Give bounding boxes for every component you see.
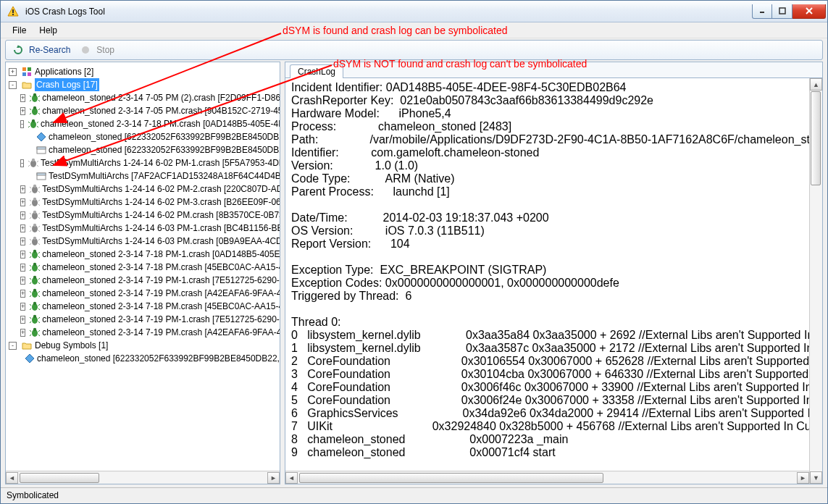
svg-rect-14 (28, 67, 31, 71)
expander-icon[interactable]: + (20, 224, 25, 232)
svg-line-49 (38, 187, 40, 188)
tree-hscrollbar[interactable]: ◄ ► (6, 471, 280, 484)
scroll-down-icon[interactable]: ▼ (810, 471, 822, 484)
expander-icon[interactable]: + (20, 211, 25, 219)
maximize-button[interactable] (772, 4, 793, 19)
expander-icon[interactable]: + (20, 290, 25, 298)
svg-line-91 (38, 278, 40, 280)
log-vscrollbar[interactable]: ▲ ▼ (809, 78, 822, 484)
scroll-right-icon[interactable]: ► (797, 472, 809, 484)
svg-line-73 (38, 239, 40, 240)
scroll-thumb[interactable] (299, 473, 603, 483)
svg-line-69 (38, 230, 40, 232)
expander-icon[interactable]: + (20, 107, 25, 115)
svg-rect-45 (37, 173, 46, 175)
menu-help[interactable]: Help (33, 24, 63, 37)
tree-item[interactable]: chameleon_stoned [622332052F633992BF99B2… (6, 130, 280, 143)
tree-item-label: chameleon_stoned 2-3-14 7-18 PM.crash [0… (41, 117, 280, 130)
research-button[interactable]: Re-Search (10, 44, 70, 56)
bug-icon (30, 274, 40, 286)
expander-icon[interactable]: + (20, 303, 25, 311)
menu-file[interactable]: File (7, 24, 32, 37)
expander-icon[interactable]: + (20, 185, 25, 193)
svg-line-66 (30, 226, 31, 227)
tab-crashlog[interactable]: CrashLog (290, 64, 343, 78)
stop-icon (80, 44, 91, 56)
scroll-right-icon[interactable]: ► (267, 472, 280, 484)
expander-icon[interactable]: + (20, 251, 25, 259)
expander-icon[interactable]: + (20, 277, 25, 285)
tree-item[interactable]: +chameleon_stoned 2-3-14 7-19 PM-1.crash… (6, 274, 280, 287)
svg-line-72 (30, 239, 31, 240)
tree-item[interactable]: +chameleon_stoned 2-3-14 7-18 PM.crash [… (6, 261, 280, 274)
svg-marker-35 (37, 133, 46, 141)
app-icon (7, 6, 19, 17)
tree-item[interactable]: chameleon_stoned [622332052F633992BF99B2… (6, 352, 280, 365)
svg-point-77 (33, 250, 36, 253)
svg-rect-16 (28, 72, 31, 76)
status-text: Symbolicated (7, 490, 59, 500)
tree-root-applications[interactable]: +Applications [2] (6, 65, 280, 78)
expander-icon[interactable]: - (20, 159, 24, 167)
svg-line-50 (30, 191, 31, 193)
tree-item[interactable]: +chameleon_stoned 2-3-14 7-05 PM (2).cra… (6, 91, 280, 104)
crashlog-text[interactable]: Incident Identifier: 0AD148B5-405E-4DEE-… (285, 78, 809, 471)
svg-point-47 (33, 185, 36, 188)
tree-item[interactable]: +chameleon_stoned 2-3-14 7-19 PM.crash [… (6, 287, 280, 300)
svg-line-28 (38, 113, 40, 114)
toolbar: Re-Search Stop (5, 40, 823, 60)
tree-item[interactable]: chameleon_stoned [622332052F633992BF99B2… (6, 143, 280, 156)
scroll-left-icon[interactable]: ◄ (6, 472, 18, 484)
tree-item[interactable]: TestDSymMultiArchs [7AF2ACF1AD153248A18F… (6, 169, 280, 182)
tree-item[interactable]: +TestDSymMultiArchs 1-24-14 6-02 PM-3.cr… (6, 196, 280, 209)
svg-line-26 (38, 109, 40, 110)
tree-item[interactable]: +TestDSymMultiArchs 1-24-14 6-03 PM.cras… (6, 235, 280, 248)
tree-item[interactable]: +chameleon_stoned 2-3-14 7-05 PM.crash [… (6, 104, 280, 117)
svg-rect-13 (22, 67, 26, 71)
scroll-up-icon[interactable]: ▲ (810, 78, 822, 91)
tree-view[interactable]: +Applications [2]-Crash Logs [17]+chamel… (6, 62, 280, 471)
scroll-thumb[interactable] (811, 91, 821, 185)
svg-line-57 (38, 204, 40, 206)
tree-item[interactable]: +TestDSymMultiArchs 1-24-14 6-02 PM-2.cr… (6, 182, 280, 196)
tree-root-debugsymbols[interactable]: -Debug Symbols [1] (6, 339, 280, 352)
tree-item[interactable]: +TestDSymMultiArchs 1-24-14 6-02 PM.cras… (6, 209, 280, 222)
svg-line-55 (38, 200, 40, 201)
expander-icon[interactable]: + (20, 238, 25, 245)
tree-item[interactable]: +chameleon_stoned 2-3-14 7-19 PM.crash [… (6, 326, 280, 339)
log-hscrollbar[interactable]: ◄ ► (285, 471, 809, 484)
tree-item[interactable]: -chameleon_stoned 2-3-14 7-18 PM.crash [… (6, 117, 280, 130)
expander-icon[interactable]: + (20, 316, 25, 324)
scroll-left-icon[interactable]: ◄ (285, 472, 298, 484)
expander-icon[interactable]: - (9, 81, 17, 89)
tree-item[interactable]: +chameleon_stoned 2-3-14 7-18 PM.crash [… (6, 300, 280, 313)
tree-item-label: Crash Logs [17] (35, 78, 99, 91)
bug-icon (30, 314, 40, 325)
svg-line-108 (30, 317, 31, 319)
svg-line-42 (28, 165, 30, 167)
tree-root-crashlogs[interactable]: -Crash Logs [17] (6, 78, 280, 91)
svg-line-68 (30, 230, 31, 232)
expander-icon[interactable]: - (20, 120, 24, 128)
close-button[interactable] (793, 4, 826, 19)
svg-line-114 (30, 330, 31, 332)
expander-icon[interactable]: + (9, 68, 17, 76)
tree-item[interactable]: +chameleon_stoned 2-3-14 7-18 PM-1.crash… (6, 248, 280, 261)
stop-button[interactable]: Stop (78, 44, 114, 56)
scroll-thumb[interactable] (20, 473, 99, 483)
tree-item[interactable]: +chameleon_stoned 2-3-14 7-19 PM-1.crash… (6, 313, 280, 326)
expander-icon[interactable]: + (20, 264, 25, 272)
expander-icon[interactable]: - (9, 342, 17, 350)
tree-item[interactable]: -TestDSymMultiArchs 1-24-14 6-02 PM-1.cr… (6, 156, 280, 169)
expander-icon[interactable]: + (20, 94, 25, 102)
stop-label: Stop (96, 45, 114, 55)
minimize-button[interactable] (752, 4, 772, 19)
tree-item[interactable]: +TestDSymMultiArchs 1-24-14 6-03 PM-1.cr… (6, 222, 280, 235)
expander-icon[interactable]: + (20, 198, 25, 206)
svg-line-60 (30, 213, 31, 214)
titlebar[interactable]: iOS Crash Logs Tool (1, 1, 827, 22)
expander-icon[interactable]: + (20, 329, 25, 337)
tree-item-label: chameleon_stoned 2-3-14 7-18 PM-1.crash … (42, 248, 280, 261)
svg-point-107 (33, 315, 36, 318)
svg-line-117 (38, 335, 40, 336)
